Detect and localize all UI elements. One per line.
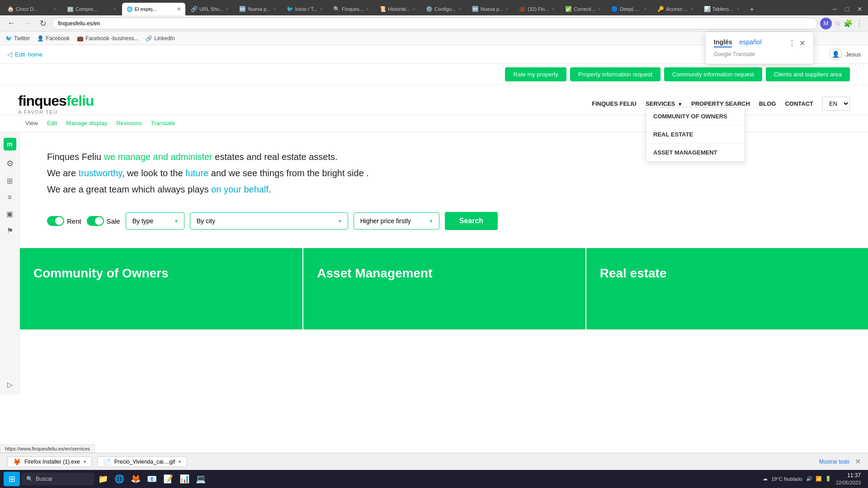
more-options-button[interactable]: ⋮ — [855, 19, 863, 28]
property-info-button[interactable]: Property information request — [570, 67, 660, 81]
hero-line2-accent2: future — [185, 168, 208, 178]
hero-line2-rest: and we see things from the bright side . — [208, 168, 369, 178]
hero-line3-plain: We are a great team which always plays — [47, 184, 211, 194]
nav-finques-feliu[interactable]: FINQUES FELIU — [592, 100, 637, 107]
clients-suppliers-button[interactable]: Clients and suppliers area — [766, 67, 850, 81]
maximize-btn[interactable]: □ — [843, 5, 852, 14]
user-name: Jesus — [845, 51, 861, 58]
minimize-btn[interactable]: ─ — [830, 5, 840, 14]
sidebar-icon-flag[interactable]: ⚑ — [7, 226, 13, 235]
url-bar[interactable] — [52, 18, 817, 29]
sidebar-icon-grid[interactable]: ⊞ — [7, 177, 13, 185]
nav-property-search[interactable]: PROPERTY SEARCH — [691, 100, 750, 107]
service-card-realestate[interactable]: Real estate — [586, 248, 868, 329]
dropdown-item-asset[interactable]: ASSET MANAGEMENT — [646, 144, 745, 161]
language-selector[interactable]: EN ES — [822, 97, 850, 111]
translate-more-btn[interactable]: ⋮ — [788, 39, 796, 47]
sale-toggle[interactable]: Sale — [87, 216, 120, 226]
browser-tab-12[interactable]: ✅Correcti...✕ — [561, 3, 606, 15]
city-dropdown[interactable]: By city ▾ — [190, 212, 348, 230]
tab-revisions[interactable]: Revisions — [116, 118, 142, 129]
translate-close-btn[interactable]: ✕ — [799, 39, 805, 47]
tab-view[interactable]: View — [25, 118, 38, 129]
browser-tabs-bar: 🏠Cinco D...✕ 🏢Compre...✕ 🌐El espej...✕ 🔗… — [0, 0, 868, 15]
hero-line2-plain2: , we look to the — [122, 168, 185, 178]
service-card-asset[interactable]: Asset Management — [303, 248, 585, 329]
price-chevron-icon: ▾ — [430, 218, 433, 224]
nav-blog[interactable]: BLOG — [759, 100, 776, 107]
sale-label: Sale — [107, 217, 120, 225]
browser-tab-14[interactable]: 🔑Acceso ...✕ — [653, 3, 698, 15]
type-chevron-icon: ▾ — [175, 218, 178, 224]
profile-icon[interactable]: M — [820, 18, 832, 29]
dropdown-item-community[interactable]: COMMUNITY OF OWNERS — [646, 108, 745, 126]
sidebar-icon-settings[interactable]: ⚙ — [6, 159, 14, 169]
price-dropdown[interactable]: Higher price firstly ▾ — [354, 212, 439, 230]
main-header: finquesfeliu A FAVOR TEU FINQUES FELIU S… — [0, 85, 868, 115]
rent-toggle[interactable]: Rent — [47, 216, 81, 226]
sidebar-icon-expand[interactable]: ▷ — [7, 380, 13, 389]
back-button[interactable]: ← — [5, 18, 18, 29]
browser-tab-1[interactable]: 🏠Cinco D...✕ — [3, 3, 61, 15]
service-cards: Community of Owners Asset Management Rea… — [20, 248, 868, 329]
browser-tab-11[interactable]: 💼(32) Fin...✕ — [514, 3, 560, 15]
new-tab-button[interactable]: + — [745, 4, 759, 15]
search-section: Rent Sale By type ▾ By city ▾ Higher pr — [47, 212, 841, 230]
sidebar-icon-m[interactable]: m — [4, 138, 16, 150]
rate-property-button[interactable]: Rate my property — [505, 67, 566, 81]
browser-tab-13[interactable]: 🔵DeepL ...✕ — [607, 3, 652, 15]
social-facebook[interactable]: 👤Facebook — [37, 35, 70, 42]
edit-label[interactable]: Edit — [15, 51, 25, 58]
community-info-button[interactable]: Community information request — [664, 67, 762, 81]
social-linkedin[interactable]: 🔗LinkedIn — [146, 35, 175, 42]
dropdown-item-realestate[interactable]: REAL ESTATE — [646, 126, 745, 144]
browser-tab-7[interactable]: 🔍Finques...✕ — [329, 3, 374, 15]
hero-line1-rest: estates and real estate assets. — [212, 152, 338, 162]
hero-line1-accent: we manage and administer — [104, 152, 212, 162]
chevron-down-icon: ▼ — [678, 102, 682, 107]
close-window-btn[interactable]: ✕ — [854, 5, 865, 14]
tab-edit[interactable]: Edit — [47, 118, 57, 129]
browser-tab-10[interactable]: 🆕Nueva p...✕ — [467, 3, 514, 15]
logo-area: finquesfeliu A FAVOR TEU — [18, 93, 94, 115]
translate-lang-espanol[interactable]: español — [739, 38, 761, 47]
browser-tab-6[interactable]: 🐦Inicio / T...✕ — [282, 3, 328, 15]
service-card-community[interactable]: Community of Owners — [20, 248, 302, 329]
sidebar-icon-dashboard[interactable]: ▣ — [6, 210, 13, 218]
home-link[interactable]: home — [28, 51, 42, 58]
browser-tab-2[interactable]: 🏢Compre...✕ — [62, 3, 121, 15]
social-twitter[interactable]: 🐦Twitter — [5, 35, 30, 42]
type-label: By type — [132, 217, 154, 225]
service-card-asset-title: Asset Management — [317, 266, 571, 281]
logo-text[interactable]: finquesfeliu — [18, 93, 94, 109]
service-card-realestate-title: Real estate — [600, 266, 854, 281]
nav-services-label[interactable]: SERVICES — [646, 100, 675, 107]
search-button[interactable]: Search — [445, 212, 498, 230]
browser-tab-4[interactable]: 🔗URL Sho...✕ — [186, 3, 234, 15]
browser-tab-9[interactable]: ⚙️Configu...✕ — [421, 3, 467, 15]
bookmark-button[interactable]: ☆ — [835, 19, 841, 28]
browser-tab-8[interactable]: 📜Historial...✕ — [375, 3, 420, 15]
tab-manage-display[interactable]: Manage display — [66, 118, 107, 129]
social-facebook-business[interactable]: 💼Facebook -business... — [77, 35, 138, 42]
forward-button[interactable]: → — [21, 18, 34, 29]
google-translate-label: Google Translate — [714, 51, 805, 57]
logo-part2: feliu — [66, 93, 94, 109]
rent-switch[interactable] — [47, 216, 64, 226]
tab-translate[interactable]: Translate — [151, 118, 175, 129]
translate-lang-ingles[interactable]: Inglés — [714, 38, 732, 47]
reload-button[interactable]: ↻ — [37, 18, 49, 29]
user-avatar: 👤 — [829, 48, 842, 61]
hero-line2-accent1: trustworthy — [79, 168, 122, 178]
browser-tab-15[interactable]: 📊Tablero...✕ — [699, 3, 745, 15]
sale-switch[interactable] — [87, 216, 104, 226]
sidebar-icon-layers[interactable]: ≡ — [8, 193, 12, 202]
nav-contact[interactable]: CONTACT — [785, 100, 813, 107]
type-dropdown[interactable]: By type ▾ — [126, 212, 184, 230]
city-chevron-icon: ▾ — [339, 218, 341, 224]
browser-tab-5[interactable]: 🆕Nueva p...✕ — [235, 3, 281, 15]
hero-line3-end: . — [269, 184, 271, 194]
browser-tab-active[interactable]: 🌐El espej...✕ — [122, 3, 185, 15]
extension-button[interactable]: 🧩 — [844, 19, 853, 28]
nav-services-dropdown[interactable]: SERVICES ▼ COMMUNITY OF OWNERS REAL ESTA… — [646, 100, 682, 107]
